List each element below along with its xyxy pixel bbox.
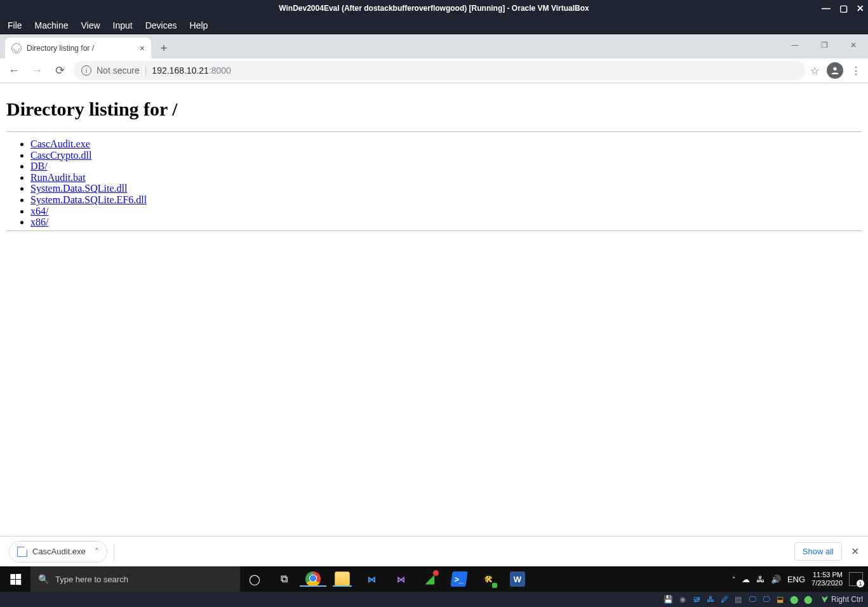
vbox-network-icon[interactable]: 🖧 — [705, 594, 716, 604]
file-link[interactable]: System.Data.SQLite.dll — [30, 183, 127, 194]
volume-icon[interactable]: 🔊 — [771, 575, 781, 584]
vbox-audio-icon[interactable]: 🖳 — [691, 594, 702, 604]
omnibox-separator: | — [145, 65, 147, 76]
list-item: x86/ — [30, 217, 862, 228]
vbox-maximize-icon[interactable]: ▢ — [839, 3, 848, 13]
cortana-icon[interactable]: ◯ — [240, 566, 269, 592]
taskbar-app-vscode[interactable]: ⋈ — [357, 571, 386, 587]
vbox-display-icon[interactable]: 🖵 — [747, 594, 758, 604]
file-link[interactable]: CascAudit.exe — [30, 138, 90, 149]
hr-top — [6, 131, 862, 132]
chrome-toolbar-right: ☆ ⋮ — [810, 62, 863, 79]
file-link[interactable]: x86/ — [30, 217, 48, 227]
taskbar-app-explorer[interactable] — [328, 571, 357, 587]
url-text: 192.168.10.21:8000 — [152, 65, 231, 76]
system-tray: ˄ ☁ 🖧 🔊 ENG 11:53 PM 7/23/2020 — [727, 571, 868, 587]
vbox-hdd-icon[interactable]: 💾 — [664, 594, 674, 604]
hr-bottom — [6, 230, 862, 231]
hostkey-arrow-icon: ⮟ — [821, 595, 829, 604]
unity-icon: ◢ — [422, 571, 437, 587]
onedrive-icon[interactable]: ☁ — [742, 575, 750, 584]
address-bar[interactable]: i Not secure | 192.168.10.21:8000 — [74, 61, 805, 80]
vbox-menu-machine[interactable]: Machine — [35, 20, 69, 30]
vbox-menu-input[interactable]: Input — [113, 20, 133, 30]
vbox-menu-help[interactable]: Help — [190, 20, 208, 30]
chrome-window-controls: — ❐ ✕ — [780, 34, 868, 56]
folder-icon — [335, 571, 350, 587]
taskbar-clock[interactable]: 11:53 PM 7/23/2020 — [811, 571, 843, 587]
tab-close-icon[interactable]: × — [140, 43, 145, 53]
guest-screen: Directory listing for / × + — ❐ ✕ ← → ⟳ … — [0, 34, 868, 592]
file-link[interactable]: CascCrypto.dll — [30, 150, 91, 161]
vbox-keyboard-icon[interactable]: ⬤ — [803, 594, 813, 604]
tools-icon: 🛠 — [481, 571, 496, 587]
chrome-minimize-icon[interactable]: — — [780, 34, 810, 56]
svg-point-0 — [833, 67, 836, 70]
network-icon[interactable]: 🖧 — [756, 575, 765, 584]
tab-title: Directory listing for / — [27, 44, 94, 53]
word-icon: W — [510, 571, 525, 587]
file-link[interactable]: RunAudit.bat — [30, 172, 86, 183]
file-list: CascAudit.exe CascCrypto.dll DB/ RunAudi… — [30, 138, 862, 228]
action-center-icon[interactable] — [849, 572, 863, 586]
info-icon[interactable]: i — [81, 65, 91, 76]
not-secure-label: Not secure — [97, 65, 140, 76]
vbox-mouse-icon[interactable]: ⬤ — [789, 594, 799, 604]
page-heading: Directory listing for / — [6, 98, 862, 120]
vbox-menu-devices[interactable]: Devices — [145, 20, 177, 30]
list-item: DB/ — [30, 161, 862, 172]
vbox-shared-icon[interactable]: ▤ — [733, 594, 744, 604]
vbox-minimize-icon[interactable]: — — [822, 3, 831, 13]
clock-date: 7/23/2020 — [811, 579, 843, 587]
chrome-icon — [305, 571, 321, 587]
show-all-button[interactable]: Show all — [794, 542, 842, 561]
new-tab-button[interactable]: + — [155, 39, 173, 57]
forward-button[interactable]: → — [28, 62, 46, 79]
file-link[interactable]: x64/ — [30, 206, 48, 217]
vbox-hostkey: ⮟ Right Ctrl — [821, 595, 863, 604]
language-indicator[interactable]: ENG — [787, 575, 805, 584]
bookmark-star-icon[interactable]: ☆ — [810, 65, 819, 77]
download-item[interactable]: CascAudit.exe ˄ — [9, 541, 107, 563]
chrome-tabbar: Directory listing for / × + — ❐ ✕ — [0, 34, 868, 58]
taskbar-app-word[interactable]: W — [503, 571, 532, 587]
divider — [114, 543, 114, 561]
task-view-icon[interactable]: ⧉ — [269, 566, 298, 592]
back-button[interactable]: ← — [5, 62, 23, 79]
vbox-statusbar: 💾 ◉ 🖳 🖧 🖉 ▤ 🖵 🖵 ⬓ ⬤ ⬤ ⮟ Right Ctrl — [0, 592, 868, 607]
hostkey-label: Right Ctrl — [831, 595, 863, 604]
url-port: :8000 — [209, 65, 231, 76]
file-link[interactable]: System.Data.SQLite.EF6.dll — [30, 194, 147, 205]
profile-avatar-icon[interactable] — [827, 62, 843, 79]
taskbar-app-tools[interactable]: 🛠 — [474, 571, 503, 587]
chrome-window: Directory listing for / × + — ❐ ✕ ← → ⟳ … — [0, 34, 868, 566]
clock-time: 11:53 PM — [811, 571, 843, 579]
taskbar-app-chrome[interactable] — [298, 571, 328, 587]
vbox-menu-file[interactable]: File — [8, 20, 22, 30]
chrome-tab[interactable]: Directory listing for / × — [5, 37, 151, 58]
vbox-usb-icon[interactable]: 🖉 — [719, 594, 730, 604]
vbox-window-controls: — ▢ ✕ — [822, 0, 864, 17]
file-link[interactable]: DB/ — [30, 161, 48, 171]
start-button[interactable] — [0, 566, 30, 592]
vbox-optical-icon[interactable]: ◉ — [678, 594, 688, 604]
vbox-cpu-icon[interactable]: ⬓ — [775, 594, 785, 604]
download-shelf-close-icon[interactable]: ✕ — [851, 545, 859, 557]
taskbar-app-visualstudio[interactable]: ⋈ — [386, 571, 415, 587]
list-item: System.Data.SQLite.EF6.dll — [30, 194, 862, 206]
chrome-close-icon[interactable]: ✕ — [839, 34, 868, 56]
chevron-up-icon[interactable]: ˄ — [95, 547, 99, 556]
taskbar-app-powershell[interactable]: >_ — [444, 571, 474, 587]
vbox-record-icon[interactable]: 🖵 — [761, 594, 771, 604]
file-icon — [17, 547, 27, 557]
reload-button[interactable]: ⟳ — [51, 62, 69, 79]
tray-overflow-icon[interactable]: ˄ — [732, 576, 735, 583]
kebab-menu-icon[interactable]: ⋮ — [851, 65, 860, 77]
download-shelf: CascAudit.exe ˄ Show all ✕ — [0, 536, 868, 566]
taskbar-app-unity[interactable]: ◢ — [415, 571, 444, 587]
taskbar-search[interactable]: 🔍 Type here to search — [30, 566, 240, 592]
vbox-close-icon[interactable]: ✕ — [857, 3, 864, 13]
vbox-menu-view[interactable]: View — [81, 20, 100, 30]
globe-icon — [11, 43, 22, 53]
chrome-maximize-icon[interactable]: ❐ — [810, 34, 839, 56]
